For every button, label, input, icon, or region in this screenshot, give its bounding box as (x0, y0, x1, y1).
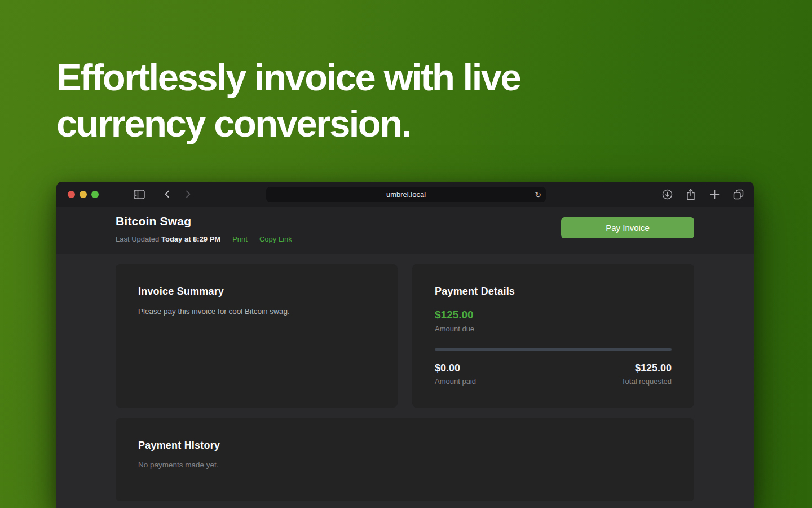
sidebar-toggle-icon[interactable] (131, 186, 147, 202)
amount-due-label: Amount due (435, 325, 672, 333)
payment-totals-row: $0.00 Amount paid $125.00 Total requeste… (435, 362, 672, 386)
tab-overview-icon[interactable] (730, 187, 746, 203)
page-title: Bitcoin Swag (116, 214, 191, 228)
toolbar-right-icons (659, 182, 746, 207)
invoice-page-header: Bitcoin Swag Last Updated Today at 8:29 … (56, 207, 754, 254)
total-requested-value: $125.00 (621, 362, 672, 374)
payment-details-card: Payment Details $125.00 Amount due $0.00… (412, 264, 694, 408)
url-text: umbrel.local (386, 190, 426, 199)
forward-icon[interactable] (180, 186, 196, 202)
hero-headline: Effortlessly invoice with live currency … (56, 54, 520, 147)
invoice-content: Invoice Summary Please pay this invoice … (56, 254, 754, 508)
zoom-window-button[interactable] (91, 191, 99, 198)
payment-history-empty-text: No payments made yet. (138, 461, 672, 469)
hero-headline-line2: currency conversion. (56, 100, 520, 147)
hero-headline-line1: Effortlessly invoice with live (56, 54, 520, 100)
browser-window: umbrel.local ↻ (56, 182, 754, 508)
browser-toolbar: umbrel.local ↻ (56, 182, 754, 207)
invoice-summary-title: Invoice Summary (138, 286, 375, 297)
payment-history-title: Payment History (138, 440, 672, 452)
close-window-button[interactable] (68, 191, 75, 198)
minimize-window-button[interactable] (80, 191, 87, 198)
total-requested-block: $125.00 Total requested (621, 362, 672, 386)
amount-due-value: $125.00 (435, 309, 672, 321)
downloads-icon[interactable] (659, 187, 675, 203)
invoice-summary-description: Please pay this invoice for cool Bitcoin… (138, 307, 375, 316)
pay-invoice-button[interactable]: Pay Invoice (561, 217, 694, 238)
print-link[interactable]: Print (232, 235, 248, 243)
amount-paid-label: Amount paid (435, 377, 476, 386)
payment-details-title: Payment Details (435, 286, 672, 297)
invoice-meta-row: Last Updated Today at 8:29 PM Print Copy… (116, 235, 292, 243)
address-bar[interactable]: umbrel.local ↻ (266, 187, 546, 202)
amount-paid-block: $0.00 Amount paid (435, 362, 476, 386)
copy-link-link[interactable]: Copy Link (259, 235, 292, 243)
share-icon[interactable] (683, 187, 699, 203)
amount-paid-value: $0.00 (435, 362, 476, 374)
last-updated: Last Updated Today at 8:29 PM (116, 235, 220, 243)
payment-progress-bar (435, 348, 672, 351)
payment-history-card: Payment History No payments made yet. (116, 418, 694, 501)
last-updated-label: Last Updated (116, 235, 159, 243)
last-updated-value: Today at 8:29 PM (161, 235, 220, 243)
invoice-summary-card: Invoice Summary Please pay this invoice … (116, 264, 398, 408)
window-controls (68, 191, 99, 198)
refresh-icon[interactable]: ↻ (535, 191, 541, 199)
total-requested-label: Total requested (621, 377, 672, 386)
new-tab-icon[interactable] (707, 187, 722, 203)
back-icon[interactable] (160, 186, 175, 202)
